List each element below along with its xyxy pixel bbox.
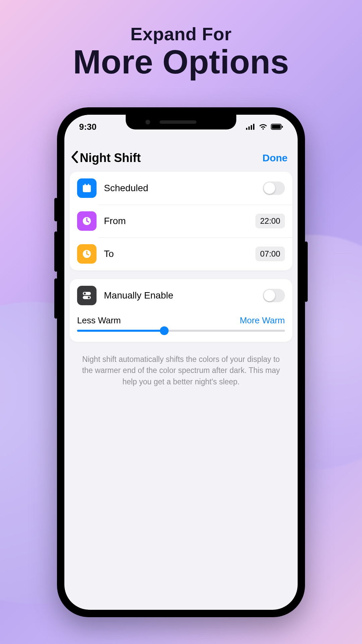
manual-card: Manually Enable Less Warm More Warm: [70, 279, 292, 342]
battery-icon: [271, 124, 283, 130]
phone-mockup: 9:30 Night Shift: [57, 107, 305, 617]
from-label: From: [104, 216, 248, 226]
svg-rect-3: [253, 124, 254, 130]
svg-rect-9: [84, 184, 85, 186]
warmth-labels: Less Warm More Warm: [70, 312, 292, 330]
cellular-icon: [246, 124, 255, 130]
manual-row: Manually Enable: [70, 279, 292, 312]
slider-thumb[interactable]: [160, 326, 169, 335]
done-button[interactable]: Done: [262, 152, 290, 164]
wifi-icon: [259, 124, 267, 130]
manual-toggle[interactable]: [263, 289, 285, 302]
nav-bar: Night Shift Done: [70, 148, 292, 172]
slider-fill: [77, 330, 164, 332]
phone-screen: 9:30 Night Shift: [64, 115, 298, 610]
chevron-left-icon: [71, 151, 78, 165]
page-title: Night Shift: [80, 151, 141, 165]
svg-rect-6: [282, 126, 283, 128]
status-bar: 9:30: [64, 115, 298, 139]
calendar-icon: [77, 178, 97, 198]
svg-rect-1: [248, 126, 250, 130]
from-value[interactable]: 22:00: [255, 214, 285, 228]
to-row[interactable]: To 07:00: [70, 237, 292, 270]
svg-rect-8: [83, 185, 91, 187]
svg-rect-5: [272, 125, 281, 129]
svg-rect-10: [88, 184, 89, 186]
clock-icon: [77, 244, 97, 264]
svg-point-14: [84, 292, 86, 294]
promo-subtitle: Expand For: [0, 23, 362, 44]
svg-rect-0: [246, 128, 247, 130]
manual-label: Manually Enable: [104, 290, 255, 301]
promo-headline: More Options: [0, 44, 362, 79]
to-value[interactable]: 07:00: [255, 247, 285, 261]
less-warm-label: Less Warm: [77, 315, 121, 326]
footer-description: Night shift automatically shifts the col…: [70, 351, 292, 387]
clock-icon: [77, 211, 97, 231]
svg-point-16: [88, 297, 90, 299]
schedule-card: Scheduled From 22:00 To 07:00: [70, 172, 292, 270]
from-row[interactable]: From 22:00: [70, 205, 292, 237]
to-label: To: [104, 249, 248, 259]
status-time: 9:30: [79, 122, 97, 132]
toggle-icon: [77, 286, 97, 305]
svg-rect-2: [251, 125, 252, 130]
scheduled-toggle[interactable]: [263, 181, 285, 195]
warmth-slider[interactable]: [77, 330, 285, 332]
back-button[interactable]: Night Shift: [71, 151, 141, 165]
scheduled-row: Scheduled: [70, 172, 292, 205]
promo-title: Expand For More Options: [0, 0, 362, 79]
more-warm-label: More Warm: [240, 315, 285, 326]
scheduled-label: Scheduled: [104, 183, 255, 194]
